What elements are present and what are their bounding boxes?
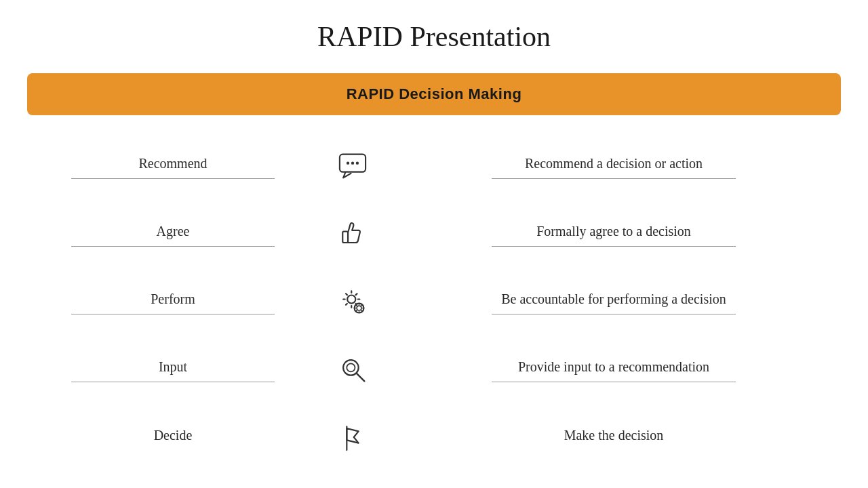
header-banner: RAPID Decision Making [27, 73, 841, 115]
icon-col-decide [298, 420, 407, 455]
icon-col-perform [298, 284, 407, 319]
banner-text: RAPID Decision Making [347, 85, 522, 102]
label-perform: Perform [151, 289, 195, 314]
divider-input-left [71, 382, 275, 382]
thumbsup-icon [335, 216, 370, 251]
divider-recommend-left [71, 178, 275, 179]
left-perform: Perform [47, 289, 298, 314]
row-decide: Decide Make the decision [47, 414, 821, 460]
label-agree: Agree [157, 221, 190, 246]
left-input: Input [47, 357, 298, 382]
label-recommend-desc: Recommend a decision or action [525, 153, 703, 178]
svg-rect-4 [342, 232, 348, 243]
chat-icon [335, 148, 370, 184]
label-input: Input [159, 357, 187, 382]
content-area: Recommend Recommend a decision or action [27, 129, 841, 474]
left-recommend: Recommend [47, 153, 298, 179]
row-recommend: Recommend Recommend a decision or action [47, 143, 821, 189]
right-perform: Be accountable for performing a decision [407, 289, 821, 314]
svg-point-2 [351, 162, 354, 165]
page-title: RAPID Presentation [317, 20, 551, 53]
svg-line-10 [357, 373, 364, 381]
label-agree-desc: Formally agree to a decision [536, 221, 691, 246]
right-recommend: Recommend a decision or action [407, 153, 821, 179]
label-perform-desc: Be accountable for performing a decision [501, 289, 726, 314]
gear-icon [335, 284, 370, 319]
label-decide-desc: Make the decision [564, 425, 664, 450]
svg-point-3 [356, 162, 359, 165]
right-agree: Formally agree to a decision [407, 221, 821, 247]
right-decide: Make the decision [407, 425, 821, 450]
left-agree: Agree [47, 221, 298, 247]
icon-col-agree [298, 216, 407, 251]
row-perform: Perform Be accountable for performing a … [47, 279, 821, 325]
right-input: Provide input to a recommendation [407, 357, 821, 382]
svg-point-9 [347, 363, 355, 371]
label-input-desc: Provide input to a recommendation [518, 357, 709, 382]
icon-col-input [298, 352, 407, 387]
row-input: Input Provide input to a recommendation [47, 346, 821, 392]
divider-agree-right [492, 246, 736, 247]
svg-point-5 [347, 295, 355, 303]
divider-perform-right [492, 314, 736, 314]
main-page: RAPID Presentation RAPID Decision Making… [0, 0, 868, 488]
divider-recommend-right [492, 178, 736, 179]
label-recommend: Recommend [138, 153, 207, 178]
flag-icon [335, 420, 370, 455]
left-decide: Decide [47, 425, 298, 450]
divider-input-right [492, 382, 736, 382]
svg-point-1 [347, 162, 349, 165]
row-agree: Agree Formally agree to a decision [47, 211, 821, 257]
icon-col-recommend [298, 148, 407, 184]
divider-agree-left [71, 246, 275, 247]
label-decide: Decide [154, 425, 193, 450]
search-icon [335, 352, 370, 387]
divider-perform-left [71, 314, 275, 314]
